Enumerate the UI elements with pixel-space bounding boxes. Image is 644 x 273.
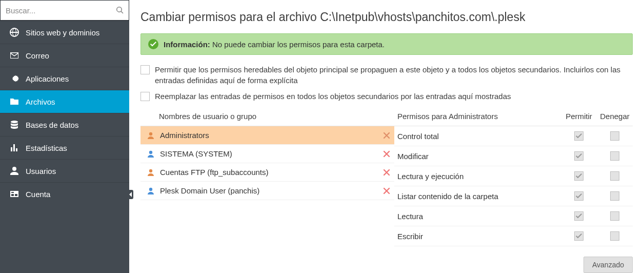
deny-checkbox[interactable] (610, 151, 619, 161)
option-checkbox[interactable] (140, 65, 150, 74)
permissions-header-label: Permisos para Administrators (397, 112, 561, 121)
user-name: Plesk Domain User (panchis) (158, 186, 379, 195)
permission-row: Listar contenido de la carpeta (394, 186, 633, 206)
permission-name: Modificar (397, 152, 561, 161)
option-row: Reemplazar las entradas de permisos en t… (140, 91, 633, 102)
sidebar-item-database[interactable]: Bases de datos (0, 113, 129, 136)
allow-header: Permitir (561, 112, 597, 121)
info-label: Información: (164, 40, 210, 49)
permission-name: Lectura y ejecución (397, 172, 561, 181)
permissions-grid: Nombres de usuario o grupo Administrator… (140, 109, 633, 246)
sidebar-item-user[interactable]: Usuarios (0, 159, 129, 182)
sidebar-item-globe[interactable]: Sitios web y dominios (0, 21, 129, 44)
permissions-column: Permisos para Administrators Permitir De… (394, 109, 633, 246)
page-title: Cambiar permisos para el archivo C:\Inet… (140, 10, 633, 24)
user-row[interactable]: Administrators (140, 126, 394, 145)
svg-point-0 (149, 132, 152, 135)
info-text: Información: No puede cambiar los permis… (164, 40, 385, 49)
svg-point-3 (149, 187, 152, 190)
permissions-header: Permisos para Administrators Permitir De… (394, 109, 633, 126)
svg-point-1 (149, 150, 152, 153)
deny-cell (597, 191, 633, 201)
users-header: Nombres de usuario o grupo (140, 109, 394, 126)
user-name: Administrators (158, 131, 379, 140)
deny-cell (597, 231, 633, 241)
deny-cell (597, 131, 633, 141)
user-row[interactable]: Plesk Domain User (panchis) (140, 182, 394, 200)
check-icon (148, 39, 158, 49)
deny-checkbox[interactable] (610, 131, 619, 141)
search-box (0, 0, 129, 21)
sidebar: Sitios web y dominiosCorreoAplicacionesA… (0, 0, 129, 273)
deny-cell (597, 171, 633, 181)
permission-row: Modificar (394, 146, 633, 166)
sidebar-item-label: Estadísticas (26, 144, 67, 152)
allow-checkbox[interactable] (574, 211, 583, 221)
sidebar-item-label: Cuenta (26, 190, 50, 199)
permission-row: Lectura y ejecución (394, 166, 633, 186)
sidebar-item-label: Bases de datos (26, 121, 78, 129)
option-row: Permitir que los permisos heredables del… (140, 64, 633, 86)
user-name: SISTEMA (SYSTEM) (158, 149, 379, 158)
user-icon (8, 166, 21, 176)
allow-cell (561, 171, 597, 181)
deny-cell (597, 151, 633, 161)
user-row[interactable]: Cuentas FTP (ftp_subaccounts) (140, 163, 394, 182)
delete-user-icon[interactable] (379, 132, 394, 139)
allow-checkbox[interactable] (574, 231, 583, 241)
delete-user-icon[interactable] (379, 150, 394, 158)
deny-header: Denegar (597, 112, 633, 121)
permission-row: Lectura (394, 206, 633, 226)
deny-checkbox[interactable] (610, 231, 619, 241)
deny-checkbox[interactable] (610, 171, 619, 181)
delete-user-icon[interactable] (379, 187, 394, 194)
deny-checkbox[interactable] (610, 211, 619, 221)
sidebar-item-stats[interactable]: Estadísticas (0, 136, 129, 159)
search-icon[interactable] (111, 6, 129, 14)
search-input[interactable] (1, 6, 111, 15)
deny-cell (597, 211, 633, 221)
deny-checkbox[interactable] (610, 191, 619, 201)
mail-icon (8, 50, 21, 61)
sidebar-item-label: Correo (26, 51, 49, 60)
users-header-label: Nombres de usuario o grupo (159, 112, 394, 121)
sidebar-item-card[interactable]: Cuenta (0, 182, 129, 205)
sidebar-item-folder[interactable]: Archivos (0, 90, 129, 113)
user-icon (144, 131, 158, 140)
user-row[interactable]: SISTEMA (SYSTEM) (140, 145, 394, 163)
info-banner: Información: No puede cambiar los permis… (140, 33, 633, 55)
sidebar-item-label: Aplicaciones (26, 74, 69, 83)
permission-name: Listar contenido de la carpeta (397, 192, 561, 201)
advanced-button[interactable]: Avanzado (583, 257, 633, 273)
allow-checkbox[interactable] (574, 191, 583, 201)
allow-cell (561, 211, 597, 221)
main-content: Cambiar permisos para el archivo C:\Inet… (129, 0, 644, 273)
sidebar-item-gear[interactable]: Aplicaciones (0, 67, 129, 90)
allow-cell (561, 151, 597, 161)
permission-row: Control total (394, 126, 633, 146)
allow-cell (561, 191, 597, 201)
option-text: Reemplazar las entradas de permisos en t… (155, 91, 633, 102)
search-wrap (0, 0, 129, 21)
sidebar-item-mail[interactable]: Correo (0, 44, 129, 67)
user-icon (144, 149, 158, 159)
sidebar-item-label: Sitios web y dominios (26, 28, 99, 37)
permission-name: Escribir (397, 232, 561, 241)
allow-checkbox[interactable] (574, 131, 583, 141)
user-icon (144, 168, 158, 177)
permission-row: Escribir (394, 226, 633, 246)
permission-name: Control total (397, 132, 561, 141)
user-icon (144, 186, 158, 196)
allow-cell (561, 231, 597, 241)
option-checkbox[interactable] (140, 92, 150, 101)
stats-icon (8, 143, 21, 153)
sidebar-item-label: Archivos (26, 98, 55, 106)
user-name: Cuentas FTP (ftp_subaccounts) (158, 168, 379, 177)
delete-user-icon[interactable] (379, 169, 394, 176)
svg-point-2 (149, 169, 152, 172)
allow-checkbox[interactable] (574, 151, 583, 161)
allow-cell (561, 131, 597, 141)
allow-checkbox[interactable] (574, 171, 583, 181)
card-icon (8, 189, 21, 199)
users-column: Nombres de usuario o grupo Administrator… (140, 109, 394, 246)
